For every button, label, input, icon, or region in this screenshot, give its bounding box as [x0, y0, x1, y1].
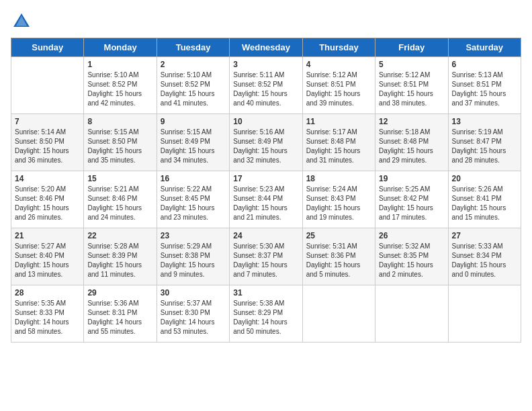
cell-info: Sunrise: 5:20 AMSunset: 8:46 PMDaylight:…: [15, 185, 80, 222]
calendar-cell: 7Sunrise: 5:14 AMSunset: 8:50 PMDaylight…: [11, 114, 84, 171]
cell-info: Sunrise: 5:31 AMSunset: 8:36 PMDaylight:…: [306, 242, 371, 279]
cell-info: Sunrise: 5:16 AMSunset: 8:49 PMDaylight:…: [233, 128, 298, 165]
day-header-wednesday: Wednesday: [230, 38, 302, 57]
day-number: 10: [233, 117, 298, 126]
cell-info: Sunrise: 5:11 AMSunset: 8:52 PMDaylight:…: [233, 71, 298, 108]
day-header-sunday: Sunday: [11, 38, 84, 57]
day-header-friday: Friday: [375, 38, 448, 57]
day-number: 2: [161, 60, 226, 69]
day-number: 9: [161, 117, 226, 126]
cell-info: Sunrise: 5:12 AMSunset: 8:51 PMDaylight:…: [379, 71, 444, 108]
day-number: 21: [15, 231, 80, 240]
day-number: 31: [233, 288, 298, 298]
cell-info: Sunrise: 5:24 AMSunset: 8:43 PMDaylight:…: [306, 185, 371, 222]
cell-info: Sunrise: 5:35 AMSunset: 8:33 PMDaylight:…: [15, 299, 80, 336]
day-number: 18: [306, 174, 371, 183]
cell-info: Sunrise: 5:26 AMSunset: 8:41 PMDaylight:…: [452, 185, 517, 222]
calendar-cell: 22Sunrise: 5:28 AMSunset: 8:39 PMDayligh…: [84, 228, 157, 285]
calendar-week-row: 1Sunrise: 5:10 AMSunset: 8:52 PMDaylight…: [11, 57, 521, 114]
calendar-cell: [375, 285, 448, 342]
calendar-cell: 2Sunrise: 5:10 AMSunset: 8:52 PMDaylight…: [157, 57, 229, 114]
calendar-cell: 16Sunrise: 5:22 AMSunset: 8:45 PMDayligh…: [157, 171, 229, 228]
calendar-week-row: 14Sunrise: 5:20 AMSunset: 8:46 PMDayligh…: [11, 171, 521, 228]
calendar-week-row: 7Sunrise: 5:14 AMSunset: 8:50 PMDaylight…: [11, 114, 521, 171]
calendar-cell: [11, 57, 84, 114]
calendar-week-row: 21Sunrise: 5:27 AMSunset: 8:40 PMDayligh…: [11, 228, 521, 285]
cell-info: Sunrise: 5:12 AMSunset: 8:51 PMDaylight:…: [306, 71, 371, 108]
cell-info: Sunrise: 5:14 AMSunset: 8:50 PMDaylight:…: [15, 128, 80, 165]
day-number: 19: [379, 174, 444, 183]
calendar-cell: 21Sunrise: 5:27 AMSunset: 8:40 PMDayligh…: [11, 228, 84, 285]
cell-info: Sunrise: 5:28 AMSunset: 8:39 PMDaylight:…: [87, 242, 152, 279]
calendar-cell: 4Sunrise: 5:12 AMSunset: 8:51 PMDaylight…: [302, 57, 375, 114]
cell-info: Sunrise: 5:21 AMSunset: 8:46 PMDaylight:…: [87, 185, 152, 222]
cell-info: Sunrise: 5:19 AMSunset: 8:47 PMDaylight:…: [452, 128, 517, 165]
calendar-cell: [448, 285, 521, 342]
calendar-cell: 11Sunrise: 5:17 AMSunset: 8:48 PMDayligh…: [302, 114, 375, 171]
cell-info: Sunrise: 5:22 AMSunset: 8:45 PMDaylight:…: [161, 185, 226, 222]
day-number: 26: [379, 231, 444, 240]
cell-info: Sunrise: 5:18 AMSunset: 8:48 PMDaylight:…: [379, 128, 444, 165]
day-number: 8: [87, 117, 152, 126]
calendar-cell: 18Sunrise: 5:24 AMSunset: 8:43 PMDayligh…: [302, 171, 375, 228]
logo-icon: [11, 11, 32, 32]
calendar-cell: 24Sunrise: 5:30 AMSunset: 8:37 PMDayligh…: [230, 228, 302, 285]
day-number: 24: [233, 231, 298, 240]
day-number: 14: [15, 174, 80, 183]
cell-info: Sunrise: 5:32 AMSunset: 8:35 PMDaylight:…: [379, 242, 444, 279]
cell-info: Sunrise: 5:37 AMSunset: 8:30 PMDaylight:…: [161, 299, 226, 336]
day-number: 30: [161, 288, 226, 298]
calendar-cell: 15Sunrise: 5:21 AMSunset: 8:46 PMDayligh…: [84, 171, 157, 228]
day-header-tuesday: Tuesday: [157, 38, 229, 57]
day-number: 23: [161, 231, 226, 240]
calendar-cell: 5Sunrise: 5:12 AMSunset: 8:51 PMDaylight…: [375, 57, 448, 114]
calendar-cell: 6Sunrise: 5:13 AMSunset: 8:51 PMDaylight…: [448, 57, 521, 114]
calendar-cell: 19Sunrise: 5:25 AMSunset: 8:42 PMDayligh…: [375, 171, 448, 228]
calendar-cell: 8Sunrise: 5:15 AMSunset: 8:50 PMDaylight…: [84, 114, 157, 171]
day-header-monday: Monday: [84, 38, 157, 57]
cell-info: Sunrise: 5:29 AMSunset: 8:38 PMDaylight:…: [161, 242, 226, 279]
cell-info: Sunrise: 5:13 AMSunset: 8:51 PMDaylight:…: [452, 71, 517, 108]
calendar-cell: 1Sunrise: 5:10 AMSunset: 8:52 PMDaylight…: [84, 57, 157, 114]
calendar-cell: 31Sunrise: 5:38 AMSunset: 8:29 PMDayligh…: [230, 285, 302, 342]
day-number: 13: [452, 117, 517, 126]
day-number: 3: [233, 60, 298, 69]
cell-info: Sunrise: 5:38 AMSunset: 8:29 PMDaylight:…: [233, 299, 298, 336]
cell-info: Sunrise: 5:15 AMSunset: 8:50 PMDaylight:…: [87, 128, 152, 165]
day-number: 11: [306, 117, 371, 126]
calendar-cell: 17Sunrise: 5:23 AMSunset: 8:44 PMDayligh…: [230, 171, 302, 228]
cell-info: Sunrise: 5:17 AMSunset: 8:48 PMDaylight:…: [306, 128, 371, 165]
day-number: 28: [15, 288, 80, 298]
calendar-cell: 3Sunrise: 5:11 AMSunset: 8:52 PMDaylight…: [230, 57, 302, 114]
day-number: 29: [87, 288, 152, 298]
calendar-week-row: 28Sunrise: 5:35 AMSunset: 8:33 PMDayligh…: [11, 285, 521, 342]
cell-info: Sunrise: 5:30 AMSunset: 8:37 PMDaylight:…: [233, 242, 298, 279]
calendar-cell: 13Sunrise: 5:19 AMSunset: 8:47 PMDayligh…: [448, 114, 521, 171]
calendar-header-row: SundayMondayTuesdayWednesdayThursdayFrid…: [11, 38, 521, 57]
logo: [11, 11, 35, 32]
day-number: 27: [452, 231, 517, 240]
day-number: 6: [452, 60, 517, 69]
calendar-cell: [302, 285, 375, 342]
day-header-saturday: Saturday: [448, 38, 521, 57]
page-header: [11, 11, 521, 32]
calendar-cell: 28Sunrise: 5:35 AMSunset: 8:33 PMDayligh…: [11, 285, 84, 342]
cell-info: Sunrise: 5:25 AMSunset: 8:42 PMDaylight:…: [379, 185, 444, 222]
calendar-cell: 30Sunrise: 5:37 AMSunset: 8:30 PMDayligh…: [157, 285, 229, 342]
day-number: 15: [87, 174, 152, 183]
day-number: 17: [233, 174, 298, 183]
cell-info: Sunrise: 5:27 AMSunset: 8:40 PMDaylight:…: [15, 242, 80, 279]
day-number: 12: [379, 117, 444, 126]
calendar-cell: 26Sunrise: 5:32 AMSunset: 8:35 PMDayligh…: [375, 228, 448, 285]
day-header-thursday: Thursday: [302, 38, 375, 57]
calendar-cell: 20Sunrise: 5:26 AMSunset: 8:41 PMDayligh…: [448, 171, 521, 228]
cell-info: Sunrise: 5:33 AMSunset: 8:34 PMDaylight:…: [452, 242, 517, 279]
calendar-cell: 29Sunrise: 5:36 AMSunset: 8:31 PMDayligh…: [84, 285, 157, 342]
day-number: 1: [87, 60, 152, 69]
calendar-table: SundayMondayTuesdayWednesdayThursdayFrid…: [11, 38, 521, 342]
day-number: 4: [306, 60, 371, 69]
calendar-cell: 25Sunrise: 5:31 AMSunset: 8:36 PMDayligh…: [302, 228, 375, 285]
calendar-cell: 12Sunrise: 5:18 AMSunset: 8:48 PMDayligh…: [375, 114, 448, 171]
cell-info: Sunrise: 5:10 AMSunset: 8:52 PMDaylight:…: [161, 71, 226, 108]
calendar-cell: 14Sunrise: 5:20 AMSunset: 8:46 PMDayligh…: [11, 171, 84, 228]
